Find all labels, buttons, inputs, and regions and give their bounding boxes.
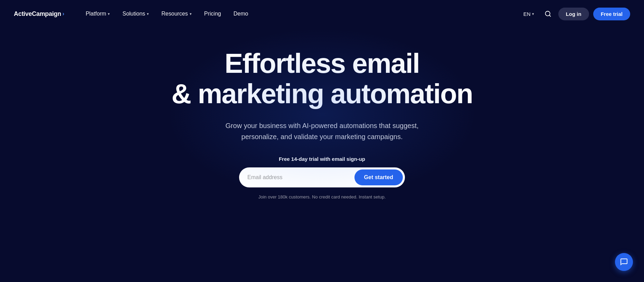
search-icon — [544, 10, 551, 17]
nav-item-platform[interactable]: Platform ▾ — [81, 8, 115, 20]
get-started-button[interactable]: Get started — [354, 169, 403, 185]
nav-resources-label: Resources — [161, 11, 188, 17]
navbar: ActiveCampaign › Platform ▾ Solutions ▾ … — [0, 0, 644, 28]
nav-item-demo[interactable]: Demo — [229, 8, 253, 20]
nav-links: Platform ▾ Solutions ▾ Resources ▾ Prici… — [81, 8, 520, 20]
nav-item-resources[interactable]: Resources ▾ — [157, 8, 196, 20]
nav-item-solutions[interactable]: Solutions ▾ — [117, 8, 154, 20]
chat-support-button[interactable] — [615, 253, 633, 271]
nav-platform-chevron: ▾ — [108, 12, 110, 16]
language-label: EN — [523, 11, 531, 17]
brand-arrow: › — [63, 11, 64, 17]
nav-demo-label: Demo — [234, 11, 248, 17]
hero-fine-print: Join over 180k customers. No credit card… — [258, 194, 386, 200]
nav-right: EN ▾ Log in Free trial — [520, 8, 630, 20]
login-button[interactable]: Log in — [558, 8, 589, 20]
nav-pricing-label: Pricing — [204, 11, 221, 17]
chat-icon — [620, 258, 628, 266]
brand-name: ActiveCampaign — [14, 10, 61, 18]
nav-item-pricing[interactable]: Pricing — [199, 8, 226, 20]
svg-line-1 — [549, 15, 551, 17]
email-signup-form: Get started — [239, 167, 405, 187]
hero-title: Effortless email & marketing automation — [171, 48, 473, 109]
hero-trial-label: Free 14-day trial with email sign-up — [279, 156, 365, 162]
hero-title-line2: & marketing automation — [171, 78, 473, 109]
nav-solutions-label: Solutions — [122, 11, 145, 17]
email-input[interactable] — [247, 174, 354, 181]
hero-title-line1: Effortless email — [225, 48, 419, 79]
nav-platform-label: Platform — [86, 11, 106, 17]
hero-section: Effortless email & marketing automation … — [0, 28, 644, 220]
brand-logo[interactable]: ActiveCampaign › — [14, 10, 64, 18]
nav-solutions-chevron: ▾ — [147, 12, 149, 16]
hero-subtitle: Grow your business with AI-powered autom… — [225, 120, 419, 142]
language-chevron: ▾ — [532, 12, 534, 16]
language-selector[interactable]: EN ▾ — [520, 9, 538, 19]
search-button[interactable] — [542, 8, 554, 20]
nav-resources-chevron: ▾ — [190, 12, 192, 16]
free-trial-nav-button[interactable]: Free trial — [593, 8, 630, 20]
